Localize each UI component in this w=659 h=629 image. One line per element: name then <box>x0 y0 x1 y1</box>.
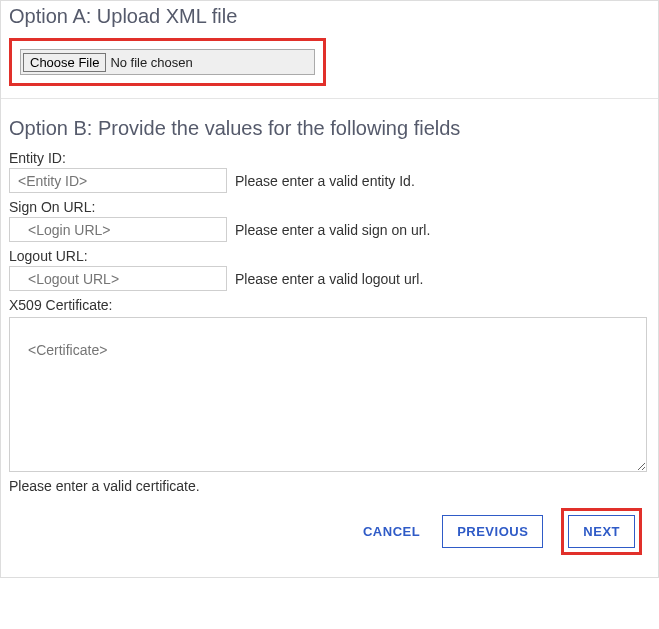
entity-id-hint: Please enter a valid entity Id. <box>235 173 415 189</box>
upload-highlight: Choose File No file chosen <box>9 38 326 86</box>
signon-url-input[interactable] <box>9 217 227 242</box>
next-highlight: NEXT <box>561 508 642 555</box>
option-b-section: Option B: Provide the values for the fol… <box>1 99 658 577</box>
choose-file-button[interactable]: Choose File <box>23 53 106 72</box>
signon-url-hint: Please enter a valid sign on url. <box>235 222 430 238</box>
cancel-button[interactable]: CANCEL <box>359 518 424 545</box>
option-a-title: Option A: Upload XML file <box>9 5 650 28</box>
logout-url-hint: Please enter a valid logout url. <box>235 271 423 287</box>
option-b-title: Option B: Provide the values for the fol… <box>9 117 650 140</box>
footer-buttons: CANCEL PREVIOUS NEXT <box>9 494 650 569</box>
logout-url-input[interactable] <box>9 266 227 291</box>
signon-url-row: Please enter a valid sign on url. <box>9 217 650 242</box>
no-file-chosen-label: No file chosen <box>110 55 192 70</box>
x509-cert-hint: Please enter a valid certificate. <box>9 478 650 494</box>
option-a-section: Option A: Upload XML file Choose File No… <box>1 1 658 99</box>
signon-url-label: Sign On URL: <box>9 199 650 215</box>
next-button[interactable]: NEXT <box>568 515 635 548</box>
entity-id-input[interactable] <box>9 168 227 193</box>
logout-url-label: Logout URL: <box>9 248 650 264</box>
config-form: Option A: Upload XML file Choose File No… <box>0 0 659 578</box>
logout-url-row: Please enter a valid logout url. <box>9 266 650 291</box>
file-input[interactable]: Choose File No file chosen <box>20 49 315 75</box>
x509-cert-textarea[interactable] <box>9 317 647 472</box>
entity-id-label: Entity ID: <box>9 150 650 166</box>
entity-id-row: Please enter a valid entity Id. <box>9 168 650 193</box>
x509-cert-label: X509 Certificate: <box>9 297 650 313</box>
previous-button[interactable]: PREVIOUS <box>442 515 543 548</box>
